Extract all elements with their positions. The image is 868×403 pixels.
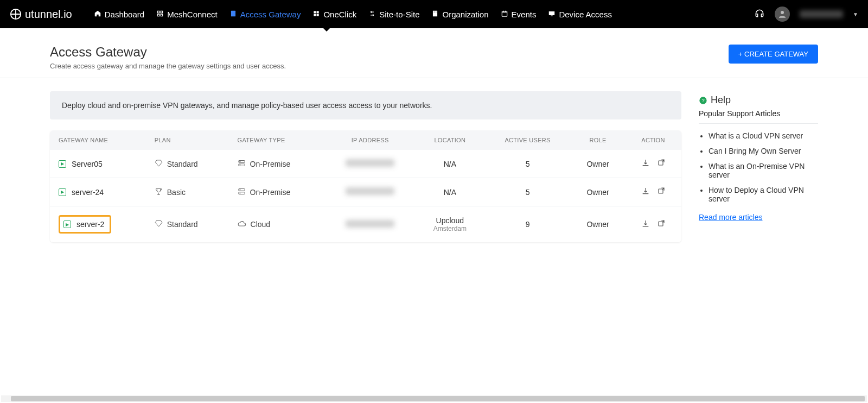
support-icon[interactable] (754, 8, 765, 21)
active-users: 5 (484, 150, 571, 178)
svg-rect-9 (502, 11, 507, 16)
col-ip-address: IP ADDRESS (325, 130, 416, 150)
svg-rect-1 (231, 10, 235, 16)
gateway-name[interactable]: server-24 (72, 188, 104, 197)
nav-label: Dashboard (105, 10, 144, 19)
ip-redacted (346, 187, 394, 195)
location: N/A (424, 188, 476, 197)
svg-rect-11 (551, 15, 553, 16)
svg-point-12 (781, 11, 784, 14)
access-gateway-icon (229, 10, 237, 19)
table-row: ▶server-2StandardCloudUpcloudAmsterdam9O… (50, 206, 681, 243)
nav-oneclick[interactable]: OneClick (312, 10, 356, 19)
help-heading: ? Help (699, 95, 818, 106)
nav-label: Organization (442, 10, 488, 19)
help-article-link[interactable]: How to Deploy a Cloud VPN server (709, 186, 818, 203)
svg-rect-7 (434, 11, 435, 12)
gateway-name[interactable]: Server05 (72, 160, 103, 168)
highlighted-gateway: ▶server-2 (59, 215, 111, 234)
oneclick-icon (312, 10, 320, 19)
table-row: ▶server-24BasicOn-PremiseN/A5Owner (50, 178, 681, 206)
cloud-icon (238, 219, 246, 230)
user-avatar[interactable] (775, 7, 790, 22)
svg-point-16 (239, 165, 240, 165)
organization-icon (431, 10, 439, 19)
download-icon[interactable] (641, 187, 650, 197)
user-name-redacted (800, 10, 843, 18)
dashboard-icon (94, 10, 101, 19)
download-icon[interactable] (641, 219, 650, 230)
help-icon: ? (699, 96, 707, 105)
help-divider (699, 123, 818, 124)
brand-text: utunnel.io (25, 8, 72, 21)
gateway-table-card: GATEWAY NAMEPLANGATEWAY TYPEIP ADDRESSLO… (50, 130, 681, 242)
status-running-icon: ▶ (59, 160, 66, 168)
info-banner: Deploy cloud and on-premise VPN gateways… (50, 91, 681, 119)
brand-icon (10, 8, 22, 20)
help-article-list: What is a Cloud VPN serverCan I Bring My… (699, 131, 818, 203)
col-gateway-type: GATEWAY TYPE (229, 130, 325, 150)
table-row: ▶Server05StandardOn-PremiseN/A5Owner (50, 150, 681, 178)
svg-rect-3 (317, 11, 319, 13)
nav-events[interactable]: Events (501, 10, 537, 19)
download-icon[interactable] (641, 159, 650, 169)
nav-meshconnect[interactable]: MeshConnect (156, 10, 218, 19)
nav-dashboard[interactable]: Dashboard (94, 10, 144, 19)
ip-redacted (346, 220, 394, 228)
gateway-name[interactable]: server-2 (76, 220, 104, 229)
svg-rect-2 (314, 11, 316, 13)
active-nav-indicator (323, 28, 330, 32)
col-gateway-name: GATEWAY NAME (50, 130, 146, 150)
meshconnect-icon (156, 10, 164, 19)
svg-rect-10 (549, 11, 555, 15)
trophy-icon (155, 187, 163, 197)
read-more-link[interactable]: Read more articles (699, 213, 763, 222)
col-plan: PLAN (146, 130, 229, 150)
server-icon (238, 159, 246, 169)
svg-rect-6 (433, 10, 437, 16)
page-title: Access Gateway (50, 45, 286, 60)
status-running-icon: ▶ (63, 221, 71, 228)
nav-label: MeshConnect (167, 10, 218, 19)
diamond-icon (155, 159, 163, 169)
help-article-link[interactable]: Can I Bring My Own Server (709, 147, 818, 155)
nav-organization[interactable]: Organization (431, 10, 488, 19)
active-users: 9 (484, 206, 571, 243)
role: Owner (571, 206, 625, 243)
ip-redacted (346, 159, 394, 167)
role: Owner (571, 178, 625, 206)
active-users: 5 (484, 178, 571, 206)
svg-point-21 (239, 193, 240, 193)
open-external-icon[interactable] (656, 159, 665, 169)
nav-label: Site-to-Site (379, 10, 419, 19)
svg-point-20 (239, 189, 240, 190)
plan-label: Basic (167, 188, 186, 197)
server-icon (238, 187, 246, 197)
open-external-icon[interactable] (656, 219, 665, 230)
help-article-link[interactable]: What is a Cloud VPN server (709, 131, 818, 140)
help-article-link[interactable]: What is an On-Premise VPN server (709, 162, 818, 179)
create-gateway-button[interactable]: + CREATE GATEWAY (729, 45, 818, 64)
col-action: ACTION (625, 130, 681, 150)
nav-label: OneClick (323, 10, 356, 19)
nav-label: Access Gateway (240, 10, 301, 19)
location: Upcloud (424, 216, 476, 225)
type-label: On-Premise (250, 160, 291, 168)
col-location: LOCATION (416, 130, 485, 150)
svg-rect-5 (317, 14, 319, 16)
nav-device-access[interactable]: Device Access (548, 10, 612, 19)
open-external-icon[interactable] (656, 187, 665, 197)
gateway-table: GATEWAY NAMEPLANGATEWAY TYPEIP ADDRESSLO… (50, 130, 681, 242)
nav-label: Events (512, 10, 537, 19)
user-menu-caret-icon[interactable]: ▼ (853, 11, 858, 17)
plan-label: Standard (167, 160, 198, 168)
col-active-users: ACTIVE USERS (484, 130, 571, 150)
device-access-icon (548, 10, 556, 19)
brand-logo[interactable]: utunnel.io (10, 8, 72, 21)
nav-right: ▼ (754, 7, 858, 22)
help-title-text: Help (711, 95, 731, 106)
body-wrap: Deploy cloud and on-premise VPN gateways… (0, 78, 868, 264)
nav-site-to-site[interactable]: Site-to-Site (368, 10, 419, 19)
nav-access-gateway[interactable]: Access Gateway (229, 10, 301, 19)
top-navbar: utunnel.io DashboardMeshConnectAccess Ga… (0, 0, 868, 28)
